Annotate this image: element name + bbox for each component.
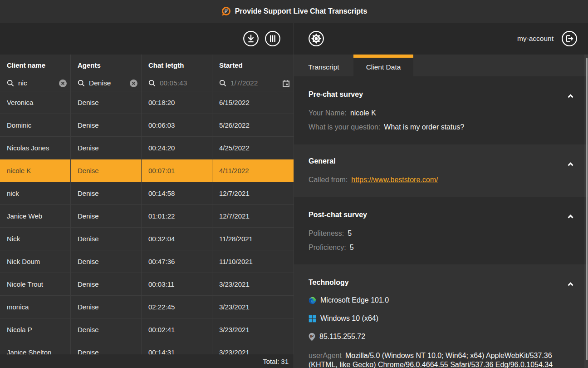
cell-client: monica bbox=[0, 296, 71, 318]
column-label-client-name: Client name bbox=[7, 60, 67, 71]
total-count: Total: 31 bbox=[263, 358, 289, 365]
table-header: Client name bbox=[0, 55, 294, 91]
chat-length-filter-input[interactable] bbox=[160, 79, 208, 87]
search-icon bbox=[148, 80, 156, 87]
tab-transcript-label: Transcript bbox=[308, 63, 339, 71]
filter-client-name bbox=[7, 77, 67, 89]
started-filter-input[interactable] bbox=[230, 79, 282, 87]
columns-icon bbox=[265, 30, 281, 47]
section-general: General Called from:https://www.beststor… bbox=[294, 144, 588, 197]
chevron-up-icon bbox=[568, 282, 573, 286]
cell-client: nicole K bbox=[0, 159, 71, 182]
section-title: Post-chat survey bbox=[309, 209, 563, 221]
cell-started: 3/23/2021 bbox=[212, 318, 294, 341]
cell-client: Nicole Trout bbox=[0, 273, 71, 295]
field-called-from: Called from:https://www.beststore.com/ bbox=[309, 173, 563, 187]
settings-button[interactable] bbox=[308, 30, 324, 47]
chevron-up-icon bbox=[568, 94, 573, 98]
tab-client-data-label: Client Data bbox=[366, 63, 401, 71]
cell-started: 4/25/2022 bbox=[212, 137, 294, 159]
cell-client: Nicolas Jones bbox=[0, 137, 71, 159]
clear-agents-filter-button[interactable] bbox=[130, 80, 137, 87]
cell-started: 3/23/2021 bbox=[212, 273, 294, 295]
table-row[interactable]: DominicDenise00:06:035/26/2022 bbox=[0, 114, 294, 136]
cell-started: 3/23/2021 bbox=[212, 296, 294, 318]
table-row[interactable]: VeronicaDenise00:18:206/15/2022 bbox=[0, 91, 294, 114]
browser-row: Microsoft Edge 101.0 bbox=[309, 291, 563, 309]
columns-button[interactable] bbox=[265, 30, 281, 47]
section-pre-chat-survey: Pre-chat survey Your Name:nicole K What … bbox=[294, 76, 588, 144]
field-label: Your Name: bbox=[309, 109, 347, 117]
cell-agent: Denise bbox=[71, 159, 142, 182]
agents-filter-input[interactable] bbox=[89, 79, 130, 87]
collapse-post-chat-button[interactable] bbox=[566, 211, 575, 222]
table-row[interactable]: monicaDenise02:22:453/23/2021 bbox=[0, 295, 294, 318]
cell-started: 11/10/2021 bbox=[212, 250, 294, 273]
details-toolbar: my-account bbox=[294, 23, 588, 55]
cell-started: 11/28/2021 bbox=[212, 228, 294, 250]
tab-transcript[interactable]: Transcript bbox=[294, 55, 353, 76]
cell-started: 6/15/2022 bbox=[212, 91, 294, 114]
cell-agent: Denise bbox=[71, 318, 142, 341]
table-row[interactable]: Nicola PDenise00:02:413/23/2021 bbox=[0, 318, 294, 341]
table-row[interactable]: nickDenise00:14:5812/7/2021 bbox=[0, 182, 294, 204]
cell-client: Nicola P bbox=[0, 318, 71, 341]
chevron-up-icon bbox=[568, 162, 573, 166]
details-tabs: Transcript Client Data bbox=[294, 55, 588, 76]
client-data-content: Pre-chat survey Your Name:nicole K What … bbox=[294, 76, 588, 368]
filter-agents bbox=[78, 77, 137, 89]
collapse-pre-chat-button[interactable] bbox=[566, 91, 575, 101]
download-button[interactable] bbox=[243, 30, 259, 47]
windows-icon bbox=[309, 315, 316, 323]
field-label: Politeness: bbox=[309, 229, 344, 237]
table-footer: Total: 31 bbox=[0, 354, 294, 368]
clear-client-name-filter-button[interactable] bbox=[59, 80, 67, 87]
column-started: Started bbox=[212, 55, 294, 91]
cell-client: Nick bbox=[0, 228, 71, 250]
account-name: my-account bbox=[517, 35, 554, 43]
field-value: What is my order status? bbox=[384, 123, 464, 131]
cell-length: 00:24:20 bbox=[142, 137, 212, 159]
table-row[interactable]: Nick DoumDenise00:47:3611/10/2021 bbox=[0, 250, 294, 273]
date-picker-button[interactable] bbox=[282, 80, 290, 87]
details-scrollbar-track[interactable] bbox=[584, 55, 588, 368]
svg-text:IP: IP bbox=[310, 333, 314, 338]
cell-agent: Denise bbox=[71, 91, 142, 114]
field-label: What is your question: bbox=[309, 123, 380, 131]
filter-chat-length bbox=[148, 77, 208, 89]
collapse-general-button[interactable] bbox=[566, 159, 575, 169]
chevron-up-icon bbox=[568, 214, 573, 219]
table-row[interactable]: Nicole TroutDenise00:03:113/23/2021 bbox=[0, 273, 294, 295]
called-from-link[interactable]: https://www.beststore.com/ bbox=[351, 176, 438, 184]
calendar-icon bbox=[282, 80, 290, 87]
details-scrollbar-thumb[interactable] bbox=[586, 58, 588, 360]
table-row[interactable]: nicole KDenise00:07:014/11/2022 bbox=[0, 159, 294, 182]
cell-length: 02:22:45 bbox=[142, 296, 212, 318]
gear-icon bbox=[308, 30, 324, 47]
cell-agent: Denise bbox=[71, 114, 142, 136]
os-text: Windows 10 (x64) bbox=[320, 314, 378, 323]
app-logo-icon bbox=[221, 6, 231, 16]
tab-client-data[interactable]: Client Data bbox=[353, 55, 413, 76]
download-icon bbox=[243, 30, 259, 47]
cell-client: Nick Doum bbox=[0, 250, 71, 273]
section-technology: Technology bbox=[294, 264, 588, 368]
field-value: nicole K bbox=[350, 109, 376, 117]
transcripts-list-panel: Client name bbox=[0, 23, 294, 368]
table-row[interactable]: Janice WebDenise01:01:2212/7/2021 bbox=[0, 204, 294, 227]
table-row[interactable]: NickDenise00:32:0411/28/2021 bbox=[0, 227, 294, 250]
logout-button[interactable] bbox=[561, 30, 578, 47]
search-icon bbox=[7, 80, 14, 87]
section-post-chat-survey: Post-chat survey Politeness:5 Proficienc… bbox=[294, 197, 588, 264]
field-politeness: Politeness:5 bbox=[309, 226, 563, 240]
column-label-chat-length: Chat letgth bbox=[148, 60, 208, 71]
cell-client: nick bbox=[0, 182, 71, 204]
table-row[interactable]: Nicolas JonesDenise00:24:204/25/2022 bbox=[0, 136, 294, 159]
client-name-filter-input[interactable] bbox=[18, 79, 59, 87]
browser-text: Microsoft Edge 101.0 bbox=[320, 296, 389, 304]
cell-started: 12/7/2021 bbox=[212, 205, 294, 227]
details-panel: my-account Transcript Client Data Pr bbox=[294, 23, 588, 368]
column-chat-length: Chat letgth bbox=[142, 55, 212, 91]
cell-started: 12/7/2021 bbox=[212, 182, 294, 204]
collapse-technology-button[interactable] bbox=[566, 279, 575, 289]
